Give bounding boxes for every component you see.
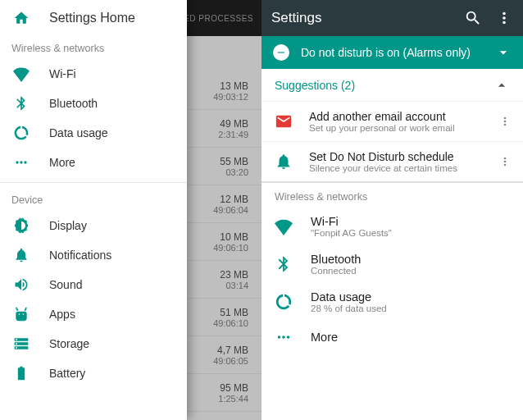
overflow-icon[interactable] — [493, 155, 516, 168]
suggestions-header[interactable]: Suggestions (2) — [262, 69, 523, 102]
nav-drawer: Settings Home Wireless & networks Wi-Fi … — [0, 0, 187, 420]
drawer-item-data-usage[interactable]: Data usage — [0, 118, 187, 148]
bell-icon — [13, 247, 30, 263]
drawer-item-wifi[interactable]: Wi-Fi — [0, 59, 187, 89]
drawer-item-notifications[interactable]: Notifications — [0, 240, 187, 270]
section-device: Device — [0, 188, 187, 211]
drawer-label: Display — [49, 219, 87, 232]
section-wireless: Wireless & networks — [262, 183, 523, 208]
setting-title: More — [311, 331, 338, 344]
page-title: Settings — [271, 10, 451, 26]
drawer-label: Storage — [49, 337, 89, 350]
bluetooth-icon — [13, 95, 30, 112]
suggestion-title: Set Do Not Disturb schedule — [309, 150, 493, 163]
setting-title: Wi-Fi — [311, 215, 392, 228]
drawer-header[interactable]: Settings Home — [0, 0, 187, 36]
battery-icon — [13, 365, 30, 381]
drawer-label: Bluetooth — [49, 97, 98, 110]
appbar: Settings — [262, 0, 523, 36]
bell-icon — [275, 153, 293, 171]
data-usage-icon — [275, 293, 293, 311]
data-usage-icon — [13, 125, 30, 141]
right-phone-screenshot: Settings Do not disturb is on (Alarms on… — [262, 0, 523, 420]
chevron-down-icon[interactable] — [495, 44, 512, 61]
more-icon — [13, 154, 30, 171]
drawer-item-bluetooth[interactable]: Bluetooth — [0, 89, 187, 118]
home-icon — [13, 10, 30, 26]
svg-rect-0 — [278, 52, 284, 52]
setting-title: Bluetooth — [311, 253, 361, 266]
suggestion-dnd-schedule[interactable]: Set Do Not Disturb schedule Silence your… — [262, 142, 523, 183]
suggestion-sub: Set up your personal or work email — [309, 123, 493, 133]
apps-icon — [13, 306, 30, 322]
drawer-item-more[interactable]: More — [0, 148, 187, 177]
sound-icon — [13, 276, 30, 293]
dnd-bar[interactable]: Do not disturb is on (Alarms only) — [262, 36, 523, 69]
setting-data-usage[interactable]: Data usage 28 % of data used — [262, 283, 523, 321]
drawer-item-apps[interactable]: Apps — [0, 299, 187, 329]
drawer-label: Notifications — [49, 249, 111, 262]
suggestion-title: Add another email account — [309, 110, 493, 123]
display-icon — [13, 217, 30, 234]
dnd-text: Do not disturb is on (Alarms only) — [301, 46, 495, 59]
suggestions-label: Suggestions (2) — [275, 79, 493, 92]
dnd-remove-icon[interactable] — [273, 44, 289, 61]
storage-icon — [13, 336, 30, 352]
drawer-item-storage[interactable]: Storage — [0, 329, 187, 358]
wifi-icon — [13, 66, 30, 82]
setting-more[interactable]: More — [262, 321, 523, 354]
wifi-icon — [275, 217, 293, 235]
setting-sub: Connected — [311, 266, 361, 276]
more-icon — [275, 328, 293, 346]
section-wireless: Wireless & networks — [0, 36, 187, 59]
chevron-up-icon — [493, 77, 510, 94]
bluetooth-icon — [275, 255, 293, 273]
drawer-label: Wi-Fi — [49, 67, 76, 80]
divider — [0, 182, 187, 183]
drawer-item-display[interactable]: Display — [0, 211, 187, 240]
suggestion-sub: Silence your device at certain times — [309, 163, 493, 173]
drawer-item-battery[interactable]: Battery — [0, 358, 187, 388]
gmail-icon — [275, 112, 293, 130]
overflow-icon[interactable] — [493, 115, 516, 128]
overflow-icon[interactable] — [495, 9, 513, 27]
setting-sub: "Fonpit AG Guests" — [311, 228, 392, 238]
setting-wifi[interactable]: Wi-Fi "Fonpit AG Guests" — [262, 208, 523, 245]
setting-sub: 28 % of data used — [311, 304, 387, 313]
drawer-item-sound[interactable]: Sound — [0, 270, 187, 299]
drawer-label: Apps — [49, 308, 75, 321]
drawer-title: Settings Home — [49, 11, 135, 25]
drawer-label: Data usage — [49, 126, 108, 139]
drawer-label: More — [49, 156, 75, 169]
drawer-label: Sound — [49, 278, 82, 291]
suggestion-add-email[interactable]: Add another email account Set up your pe… — [262, 102, 523, 142]
left-phone-screenshot: HED PROCESSES 13 MB49:03:12 49 MB2:31:49… — [0, 0, 262, 420]
setting-title: Data usage — [311, 290, 387, 304]
drawer-label: Battery — [49, 367, 85, 380]
setting-bluetooth[interactable]: Bluetooth Connected — [262, 245, 523, 283]
search-icon[interactable] — [464, 9, 482, 27]
